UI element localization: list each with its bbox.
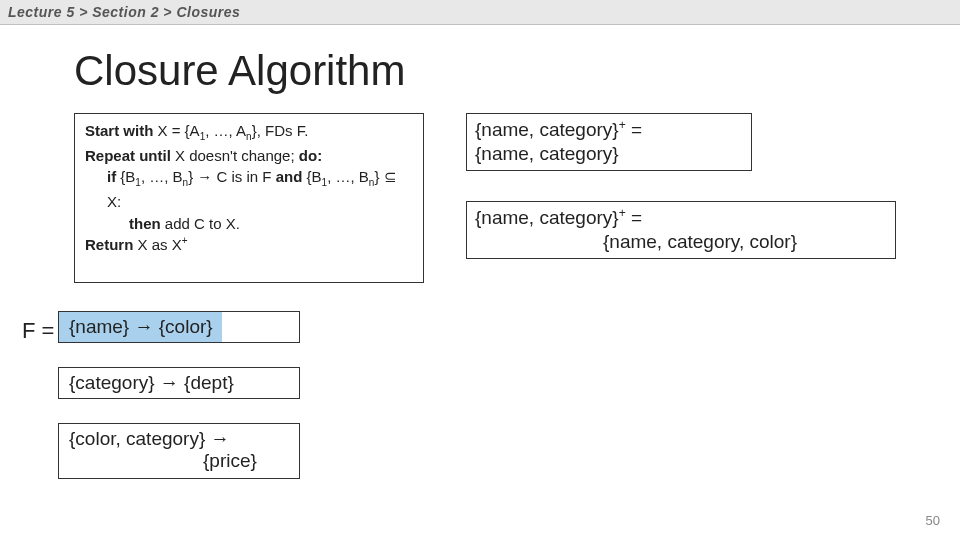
algo-l1-math: X = {A [153, 122, 199, 139]
algo-line-6: Return X as X+ [85, 234, 413, 256]
algo-l5-post: add C to X. [161, 215, 240, 232]
algorithm-box: Start with X = {A1, …, An}, FDs F. Repea… [74, 113, 424, 283]
closure-step-2: {name, category}+ = {name, category, col… [466, 201, 896, 259]
algo-l3-tail: {B [302, 168, 321, 185]
fd-3-lhs: {color, category} → [69, 428, 230, 449]
f-equals-label: F = [22, 318, 54, 344]
closure2-result: {name, category, color} [475, 230, 887, 254]
algo-l3-mid: , …, B [141, 168, 183, 185]
page-title: Closure Algorithm [74, 47, 960, 95]
content-area: Start with X = {A1, …, An}, FDs F. Repea… [0, 113, 960, 493]
closure-step-1: {name, category}+ = {name, category} [466, 113, 752, 171]
breadcrumb: Lecture 5 > Section 2 > Closures [0, 0, 960, 25]
algo-l3-if: if [107, 168, 116, 185]
algo-l1-mid: , …, A [205, 122, 246, 139]
algo-l1-post: }, FDs F. [252, 122, 309, 139]
algo-line-2: Repeat until X doesn't change; do: [85, 145, 413, 167]
fd-3-rhs: {price} [203, 450, 289, 472]
algo-line-5: then add C to X. [85, 213, 413, 235]
algo-l2-bold: Repeat until [85, 147, 171, 164]
algo-l1-bold: Start with [85, 122, 153, 139]
closure2-sup: + [619, 206, 626, 220]
algo-l6-post: X as X [133, 236, 181, 253]
fd-1-text: {name} → {color} [69, 316, 213, 337]
algo-l3-and: and [276, 168, 303, 185]
algo-l3-arrow: } → C is in F [188, 168, 276, 185]
page-number: 50 [926, 513, 940, 528]
algo-l6-sup: + [182, 235, 188, 246]
fd-box-1: {name} → {color} [58, 311, 300, 343]
fd-box-3: {color, category} → {price} [58, 423, 300, 479]
closure2-set: {name, category} [475, 207, 619, 228]
algo-l4-pre: , …, B [327, 168, 369, 185]
algo-l2-post: do: [299, 147, 322, 164]
algo-line-3: if {B1, …, Bn} → C is in F and {B1, …, B… [85, 166, 413, 212]
closure1-eq: = [626, 119, 642, 140]
algo-line-1: Start with X = {A1, …, An}, FDs F. [85, 120, 413, 145]
closure1-result: {name, category} [475, 143, 619, 164]
algo-l2-mid: X doesn't change; [171, 147, 299, 164]
algo-l3-m1: {B [116, 168, 135, 185]
algo-l5-then: then [129, 215, 161, 232]
closure1-sup: + [619, 118, 626, 132]
fd-box-2: {category} → {dept} [58, 367, 300, 399]
closure2-eq: = [626, 207, 642, 228]
fd-2-text: {category} → {dept} [69, 372, 234, 393]
algo-l6-return: Return [85, 236, 133, 253]
closure1-set: {name, category} [475, 119, 619, 140]
